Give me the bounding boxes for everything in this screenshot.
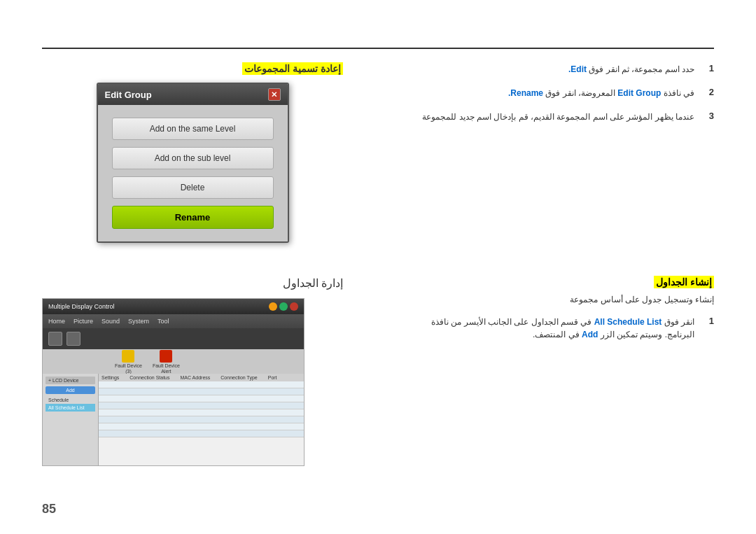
section-schedule-management: إدارة الجداول Multiple Display Control H… [42, 276, 343, 466]
sw-all-schedule-list-item[interactable]: All Schedule List [46, 404, 95, 412]
edit-group-dialog: Edit Group ✕ Add on the same Level Add o… [97, 83, 289, 243]
delete-button[interactable]: Delete [112, 176, 274, 199]
sw-fault-label-1: Fault Device [115, 363, 142, 368]
create-schedules-number-1: 1 [700, 316, 714, 326]
dialog-titlebar: Edit Group ✕ [98, 84, 288, 105]
top-divider [42, 48, 714, 49]
sw-sidebar: + LCD Device Add Schedule All Schedule L… [43, 374, 99, 466]
section-instructions-rename: 1 حدد اسم مجموعة، ثم انقر فوق Edit. 2 في… [413, 63, 714, 134]
sw-fault-device-1: Fault Device (3) [115, 350, 142, 374]
sw-fault-count-1: (3) [125, 369, 132, 374]
instruction-item-2: 2 في نافذة Edit Group المعروضة، انقر فوق… [413, 87, 714, 99]
instruction-item-1: 1 حدد اسم مجموعة، ثم انقر فوق Edit. [413, 63, 714, 76]
create-schedules-instruction-1: 1 انقر فوق All Schedule List في قسم الجد… [413, 316, 714, 341]
sw-close-btn[interactable] [290, 302, 298, 311]
dialog-title: Edit Group [105, 90, 152, 100]
instruction-text-2: في نافذة Edit Group المعروضة، انقر فوق R… [508, 87, 694, 99]
section-rename-groups: إعادة تسمية المجموعات Edit Group ✕ Add o… [42, 63, 343, 243]
sw-fault-icon-2 [160, 350, 172, 363]
create-schedules-subtitle: إنشاء وتسجيل جدول على أساس مجموعة [413, 293, 714, 306]
sw-title-text: Multiple Display Control [48, 303, 115, 310]
sw-fault-device-2: Fault Device Alert [153, 350, 180, 374]
sw-toolbar-btn-1[interactable] [48, 332, 62, 346]
sw-col-port: Port [268, 375, 277, 380]
sw-col-mac: MAC Address [181, 375, 211, 380]
table-row [99, 388, 304, 395]
table-row [99, 381, 304, 388]
sw-menu-system[interactable]: System [128, 318, 149, 325]
sw-menu-home[interactable]: Home [48, 318, 65, 325]
sw-menubar: Home Picture Sound System Tool [43, 314, 304, 328]
all-schedule-list-link: All Schedule List [594, 317, 662, 327]
sw-col-type: Connection Type [220, 375, 257, 380]
software-screenshot: Multiple Display Control Home Picture So… [42, 298, 304, 466]
add-sub-level-button[interactable]: Add on the sub level [112, 147, 274, 169]
sw-table-header: Settings Connection Status MAC Address C… [99, 374, 304, 381]
sw-fault-label-2: Fault Device [153, 363, 180, 368]
instruction-item-3: 3 عندما يظهر المؤشر على اسم المجموعة الق… [413, 111, 714, 123]
schedule-title: إدارة الجداول [42, 276, 343, 290]
create-schedules-title-text: إنشاء الجداول [654, 276, 714, 288]
edit-group-link: Edit Group [617, 88, 661, 98]
sw-menu-tool[interactable]: Tool [158, 318, 169, 325]
sw-toolbar-btn-2[interactable] [66, 332, 80, 346]
sw-fault-sub-2: Alert [161, 369, 171, 374]
sw-minimize-btn[interactable] [269, 302, 277, 311]
instruction-number-3: 3 [700, 111, 714, 121]
add-link: Add [582, 330, 598, 339]
sw-fault-icon-1 [122, 350, 134, 363]
sw-schedule-item[interactable]: Schedule [46, 396, 95, 404]
table-row [99, 409, 304, 416]
sw-col-settings: Settings [102, 375, 119, 380]
table-row [99, 423, 304, 430]
sw-titlebar: Multiple Display Control [43, 299, 304, 314]
section-create-schedules: إنشاء الجداول إنشاء وتسجيل جدول على أساس… [413, 276, 714, 352]
create-schedules-title: إنشاء الجداول [413, 276, 714, 288]
sw-alert-area: Fault Device (3) Fault Device Alert [43, 349, 304, 374]
table-row [99, 416, 304, 423]
instruction-number-2: 2 [700, 87, 714, 97]
edit-link: Edit. [568, 64, 587, 74]
page-number: 85 [42, 502, 56, 517]
sw-window-controls [269, 302, 298, 311]
sw-toolbar [43, 328, 304, 349]
sw-content-area: Settings Connection Status MAC Address C… [99, 374, 304, 466]
sw-add-button[interactable]: Add [46, 386, 95, 394]
sw-lcd-device-section: + LCD Device [46, 377, 95, 384]
add-same-level-button[interactable]: Add on the same Level [112, 118, 274, 140]
sw-col-connection: Connection Status [130, 375, 169, 380]
sw-menu-sound[interactable]: Sound [102, 318, 120, 325]
table-row [99, 430, 304, 437]
instruction-text-3: عندما يظهر المؤشر على اسم المجموعة القدي… [422, 111, 694, 123]
instruction-list: 1 حدد اسم مجموعة، ثم انقر فوق Edit. 2 في… [413, 63, 714, 123]
table-row [99, 402, 304, 409]
rename-link: Rename. [508, 88, 543, 98]
sw-maximize-btn[interactable] [279, 302, 288, 311]
instruction-text-1: حدد اسم مجموعة، ثم انقر فوق Edit. [568, 63, 694, 76]
dialog-body: Add on the same Level Add on the sub lev… [98, 105, 288, 241]
rename-button[interactable]: Rename [112, 206, 274, 229]
sw-main-area: + LCD Device Add Schedule All Schedule L… [43, 374, 304, 466]
rename-title-text: إعادة تسمية المجموعات [242, 62, 343, 75]
create-schedules-instruction-list: 1 انقر فوق All Schedule List في قسم الجد… [413, 316, 714, 341]
sw-table-rows [99, 381, 304, 437]
dialog-close-button[interactable]: ✕ [268, 88, 281, 101]
table-row [99, 395, 304, 402]
sw-menu-picture[interactable]: Picture [74, 318, 93, 325]
instruction-number-1: 1 [700, 63, 714, 73]
create-schedules-text-1: انقر فوق All Schedule List في قسم الجداو… [413, 316, 694, 341]
rename-title: إعادة تسمية المجموعات [42, 63, 343, 74]
